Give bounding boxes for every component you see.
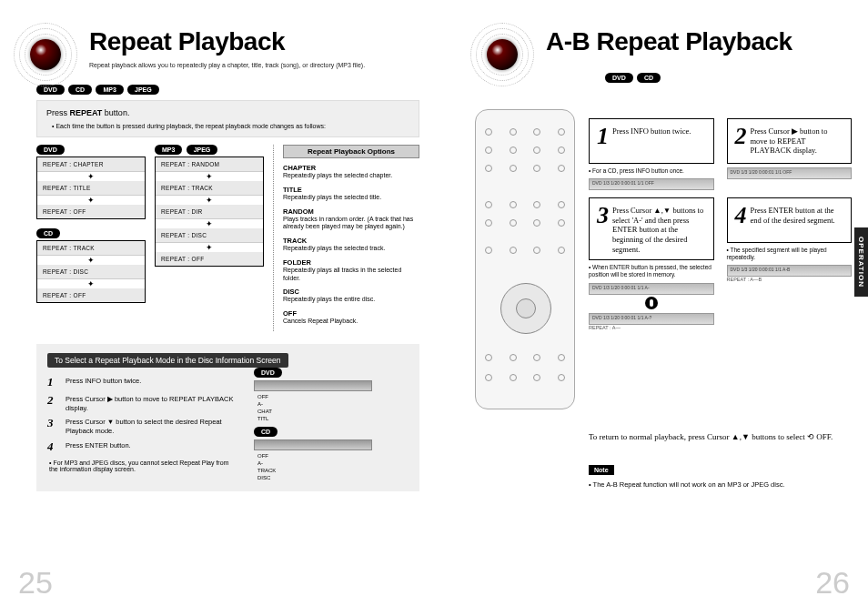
select-mode-box: To Select a Repeat Playback Mode in the … — [36, 344, 419, 491]
sub-text: The specified segment will be played rep… — [727, 247, 827, 260]
step-2: 2Press Cursor ▶ button to move to REPEAT… — [47, 393, 236, 413]
step-sub: • When ENTER button is pressed, the sele… — [589, 264, 714, 278]
opt-val: Repeatedly plays the selected chapter. — [283, 172, 419, 180]
mini-item: TRACK — [257, 468, 409, 473]
step-4: 4Press ENTER button. — [47, 439, 236, 454]
step-number: 2 — [735, 125, 747, 148]
sub-text: When ENTER button is pressed, the select… — [589, 264, 712, 278]
options-col: Repeat Playback Options CHAPTERRepeatedl… — [273, 145, 419, 331]
opt-key: DISC — [283, 288, 419, 296]
flow-group-cd: REPEAT : TRACK ✦ REPEAT : DISC ✦ REPEAT … — [36, 240, 146, 303]
note-text: • The A-B Repeat function will not work … — [589, 480, 868, 489]
disp-pill-dvd: DVD — [254, 368, 282, 378]
opt-track: TRACKRepeatedly plays the selected track… — [283, 237, 419, 253]
step-text: Press Cursor ▼ button to select the desi… — [66, 416, 236, 436]
step-sub: • For a CD, press INFO button once. — [589, 167, 714, 175]
step-number: 1 — [597, 125, 609, 148]
options-title: Repeat Playback Options — [283, 145, 419, 158]
repeat-line: REPEAT : A— — [589, 325, 714, 330]
note-body: The A-B Repeat function will not work on… — [593, 480, 785, 489]
opt-val: Repeatedly plays the selected track. — [283, 245, 419, 253]
osd-display: DVD 1/3 1/20 0:00:01 1/1 A-B — [727, 265, 853, 277]
osd-display: DVD 1/3 1/20 0:00:01 1/1 A-? — [589, 313, 714, 325]
step-1: 1Press INFO button twice. — [47, 375, 236, 389]
flow-group-dvd: REPEAT : CHAPTER ✦ REPEAT : TITLE ✦ REPE… — [36, 157, 146, 219]
dvd-mini-list: OFF A- CHAT TITL — [257, 394, 409, 421]
info-display-dvd — [254, 380, 372, 391]
flow-item: REPEAT : OFF — [156, 252, 263, 266]
page-subtitle-left: Repeat playback allows you to repeatedly… — [89, 62, 439, 68]
mini-item: OFF — [257, 453, 409, 459]
mini-item: CHAT — [257, 409, 409, 414]
flow-item: REPEAT : DISC — [37, 265, 145, 279]
mini-item: A- — [257, 460, 409, 466]
mini-item: A- — [257, 401, 409, 407]
step-text: Press ENTER button. — [66, 439, 131, 450]
step-text: Press Cursor ▶ button to move to REPEAT … — [66, 393, 236, 413]
format-pills-left: DVD CD MP3 JPEG — [36, 85, 439, 95]
flow-item: REPEAT : CHAPTER — [37, 157, 145, 172]
page-25: Repeat Playback Repeat playback allows y… — [0, 0, 457, 606]
opt-val: Repeatedly plays the entire disc. — [283, 296, 419, 304]
step-footnote: • For MP3 and JPEG discs, you cannot sel… — [49, 460, 236, 472]
box-bullet: • Each time the button is pressed during… — [52, 123, 409, 129]
flow-columns: DVD REPEAT : CHAPTER ✦ REPEAT : TITLE ✦ … — [36, 145, 419, 331]
flow-col-dvd-cd: DVD REPEAT : CHAPTER ✦ REPEAT : TITLE ✦ … — [36, 145, 146, 331]
info-display-cd — [254, 439, 372, 450]
opt-val: Cancels Repeat Playback. — [283, 318, 419, 326]
box-bullet-text: Each time the button is pressed during p… — [56, 123, 326, 129]
down-arrow-icon: ✦ — [156, 243, 263, 252]
ab-step-grid: 1 Press INFO button twice. • For a CD, p… — [589, 118, 852, 330]
ab-step-2: 2 Press Cursor ▶ button to move to REPEA… — [727, 118, 853, 190]
opt-key: CHAPTER — [283, 164, 419, 172]
opt-val: Repeatedly plays the selected title. — [283, 194, 419, 202]
opt-val: Plays tracks in random order. (A track t… — [283, 216, 419, 232]
flow-item: REPEAT : OFF — [37, 288, 145, 302]
speaker-icon — [14, 23, 77, 86]
info-icon — [645, 297, 658, 309]
opt-chapter: CHAPTERRepeatedly plays the selected cha… — [283, 164, 419, 180]
page-title-left: Repeat Playback — [89, 27, 439, 56]
pill-cd: CD — [637, 73, 661, 83]
page-number-right: 26 — [815, 565, 850, 601]
format-pills-right: DVD CD — [605, 73, 852, 83]
flow-col-mp3: MP3 JPEG REPEAT : RANDOM ✦ REPEAT : TRAC… — [155, 145, 264, 331]
return-to-normal: To return to normal playback, press Curs… — [589, 431, 868, 443]
step-sub: • The specified segment will be played r… — [727, 247, 853, 261]
flow-item: REPEAT : TRACK — [156, 181, 263, 196]
flow-item: REPEAT : OFF — [37, 205, 145, 218]
opt-random: RANDOMPlays tracks in random order. (A t… — [283, 207, 419, 232]
opt-folder: FOLDERRepeatedly plays all tracks in the… — [283, 258, 419, 283]
operation-tab: OPERATION — [854, 227, 868, 297]
flow-pill-jpeg: JPEG — [187, 145, 218, 155]
pill-dvd: DVD — [605, 73, 633, 83]
flow-pill-mp3: MP3 — [155, 145, 182, 155]
cd-mini-list: OFF A- TRACK DISC — [257, 453, 409, 480]
ab-step-3: 3 Press Cursor ▲,▼ buttons to select 'A-… — [589, 197, 714, 329]
opt-val: Repeatedly plays all tracks in the selec… — [283, 267, 419, 283]
step-number: 3 — [597, 204, 609, 227]
opt-title: TITLERepeatedly plays the selected title… — [283, 186, 419, 202]
page-title-right: A-B Repeat Playback — [546, 27, 852, 56]
speaker-icon — [470, 23, 534, 86]
step-foot-text: For MP3 and JPEG discs, you cannot selec… — [49, 460, 228, 472]
step-text: Press ENTER button at the end of the des… — [751, 204, 844, 225]
step-text: Press INFO button twice. — [612, 125, 691, 136]
osd-display: DVD 1/3 1/20 0:00:01 1/1 A- — [589, 283, 714, 295]
note-tag: Note — [589, 465, 614, 475]
down-arrow-icon: ✦ — [156, 172, 263, 181]
step-text: Press Cursor ▲,▼ buttons to select 'A-' … — [612, 204, 706, 254]
box-head-btn: REPEAT — [70, 108, 103, 117]
repeat-line: REPEAT : A—B — [727, 277, 853, 282]
step-number: 4 — [735, 204, 747, 227]
opt-key: TITLE — [283, 186, 419, 194]
page-26: A-B Repeat Playback DVD CD OPERATION 1 P… — [457, 0, 868, 606]
opt-disc: DISCRepeatedly plays the entire disc. — [283, 288, 419, 304]
pill-mp3: MP3 — [96, 85, 123, 95]
down-arrow-icon: ✦ — [37, 256, 145, 265]
flow-pill-cd: CD — [36, 228, 60, 238]
ab-step-1: 1 Press INFO button twice. • For a CD, p… — [589, 118, 714, 190]
ab-step-4: 4 Press ENTER button at the end of the d… — [727, 197, 853, 329]
mini-item: OFF — [257, 394, 409, 399]
mini-item: TITL — [257, 416, 409, 421]
